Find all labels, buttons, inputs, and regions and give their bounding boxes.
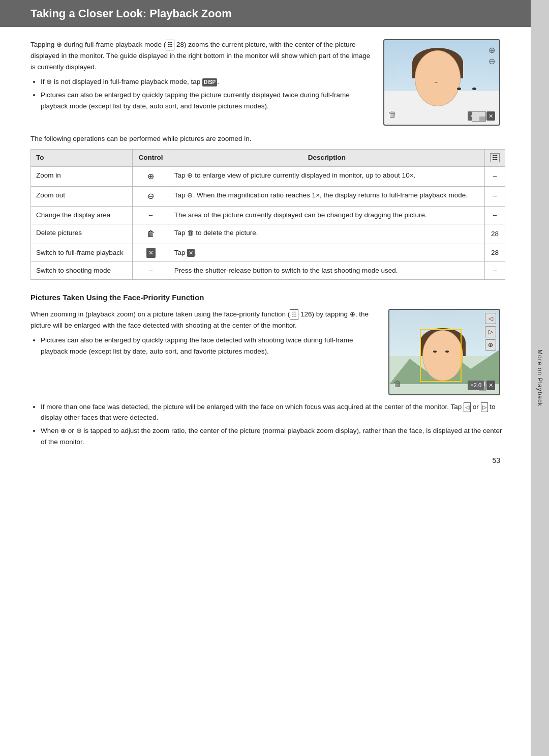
face-priority-text: When zooming in (playback zoom) on a pic… [30, 309, 376, 395]
face-nav-icon-text-2: ▷ [481, 402, 488, 413]
x-icon-cell: ✕ [146, 248, 156, 258]
cell-control-delete: 🗑 [133, 224, 169, 244]
cell-desc-display-area: The area of the picture currently displa… [169, 206, 484, 224]
face-nav-prev-icon: ◁ [485, 313, 496, 324]
zoom-icon-inline: ⊕ [46, 77, 52, 88]
zoom-in-icon: ⊕ [56, 40, 62, 50]
table-row: Zoom out ⊖ Tap ⊖. When the magnification… [31, 186, 505, 206]
page-number: 53 [30, 455, 505, 466]
close-screen-icon-1: ✕ [486, 111, 495, 121]
zoom-out-icon-desc: ⊖ [187, 190, 193, 200]
table-row: Change the display area – The area of th… [31, 206, 505, 224]
table-row: Switch to full-frame playback ✕ Tap ✕. 2… [31, 244, 505, 261]
table-row: Switch to shooting mode – Press the shut… [31, 262, 505, 280]
table-row: Delete pictures 🗑 Tap 🗑 to delete the pi… [31, 224, 505, 244]
cell-control-zoom-in: ⊕ [133, 166, 169, 186]
book-icon-th: ☷ [490, 153, 500, 162]
camera-screen-display-2: ◁ ▷ ⊕ 🗑 ×2.0 [388, 309, 500, 395]
face-priority-para1: When zooming in (playback zoom) on a pic… [30, 309, 376, 331]
cell-desc-zoom-out: Tap ⊖. When the magnification ratio reac… [169, 186, 484, 206]
th-description: Description [169, 150, 484, 166]
fp-bullet-3: When ⊕ or ⊖ is tapped to adjust the zoom… [41, 425, 505, 447]
delete-screen-icon-1: 🗑 [388, 108, 396, 121]
cell-page-display-area: – [485, 206, 505, 224]
camera-screen-image-2: ◁ ▷ ⊕ 🗑 ×2.0 [388, 309, 505, 395]
delete-icon-cell: 🗑 [147, 229, 155, 238]
close-screen-icon-2: ✕ [486, 381, 495, 390]
cell-to-fullframe: Switch to full-frame playback [31, 244, 133, 261]
cell-control-display-area: – [133, 206, 169, 224]
zoom-badge-value-2: ×2.0 [470, 382, 481, 388]
zoom-in-screen-icon: ⊕ [489, 44, 495, 56]
bullet-item-2: Pictures can also be enlarged by quickly… [41, 90, 371, 111]
intro-section: Tapping ⊕ during full-frame playback mod… [30, 39, 505, 126]
zoom-in-screen2-icon: ⊕ [485, 339, 496, 351]
bullet-item-1: If ⊕ is not displayed in full-frame play… [41, 76, 371, 88]
table-header-row: To Control Description ☷ [31, 150, 505, 166]
cell-control-shoot: – [133, 262, 169, 280]
th-to: To [31, 150, 133, 166]
title-text: Taking a Closer Look: Playback Zoom [30, 7, 232, 20]
intro-text: Tapping ⊕ during full-frame playback mod… [30, 39, 371, 126]
th-control: Control [133, 150, 169, 166]
zoom-in-icon-fp: ⊕ [350, 309, 355, 320]
page-container: Taking a Closer Look: Playback Zoom Tapp… [0, 0, 549, 756]
cell-desc-zoom-in: Tap ⊕ to enlarge view of picture current… [169, 166, 484, 186]
cell-page-zoom-out: – [485, 186, 505, 206]
face-nav-next-icon: ▷ [485, 326, 496, 337]
camera-screen-display-1: ⊕ ⊖ ×3.0 🗑 ✕ [383, 39, 500, 126]
th-page: ☷ [485, 150, 505, 166]
zoom-in-icon-cell: ⊕ [147, 172, 154, 181]
fp-bullet-1: Pictures can also be enlarged by quickly… [41, 335, 376, 357]
side-tab: More on Playback [531, 0, 549, 756]
cell-to-shoot: Switch to shooting mode [31, 262, 133, 280]
face-nav-icon-text-1: ◁ [464, 402, 471, 413]
cell-desc-fullframe: Tap ✕. [169, 244, 484, 261]
x-icon-desc: ✕ [187, 249, 195, 257]
face-priority-section: Pictures Taken Using the Face-Priority F… [30, 292, 505, 447]
cell-desc-delete: Tap 🗑 to delete the picture. [169, 224, 484, 244]
zoom-badge-2: ×2.0 [468, 381, 484, 390]
cell-to-display-area: Change the display area [31, 206, 133, 224]
face-priority-title: Pictures Taken Using the Face-Priority F… [30, 292, 505, 304]
face-priority-more-bullets: If more than one face was detected, the … [41, 401, 505, 448]
camera-screen-image-1: ⊕ ⊖ ×3.0 🗑 ✕ [383, 39, 505, 126]
cell-page-zoom-in: – [485, 166, 505, 186]
cell-page-delete: 28 [485, 224, 505, 244]
mini-map-1 [472, 111, 486, 122]
cell-desc-shoot: Press the shutter-release button to swit… [169, 262, 484, 280]
zoom-out-screen-icon: ⊖ [489, 55, 495, 68]
face-priority-bullets: Pictures can also be enlarged by quickly… [41, 335, 376, 357]
intro-bullets: If ⊕ is not displayed in full-frame play… [41, 76, 371, 111]
cell-control-fullframe: ✕ [133, 244, 169, 261]
cell-page-shoot: – [485, 262, 505, 280]
disp-button-label: DISP [202, 78, 217, 86]
side-tab-label: More on Playback [535, 350, 544, 406]
face-priority-content: When zooming in (playback zoom) on a pic… [30, 309, 505, 395]
book-ref-icon: ☷ [166, 40, 174, 50]
fp-bullet-2: If more than one face was detected, the … [41, 401, 505, 423]
operations-table: To Control Description ☷ Zoom in ⊕ Tap ⊕… [30, 149, 505, 280]
cell-control-zoom-out: ⊖ [133, 186, 169, 206]
book-ref-2-icon: ☷ [290, 309, 298, 320]
face-detection-box [420, 329, 462, 382]
zoom-out-icon-fp2: ⊖ [76, 426, 82, 437]
table-row: Zoom in ⊕ Tap ⊕ to enlarge view of pictu… [31, 166, 505, 186]
screen2-right-icons: ◁ ▷ ⊕ [485, 313, 496, 351]
main-content: Taking a Closer Look: Playback Zoom Tapp… [0, 0, 531, 756]
operations-intro-text: The following operations can be performe… [30, 134, 505, 144]
zoom-in-icon-fp2: ⊕ [60, 426, 66, 437]
cell-to-delete: Delete pictures [31, 224, 133, 244]
zoom-in-icon-desc: ⊕ [187, 170, 193, 181]
page-title: Taking a Closer Look: Playback Zoom [0, 0, 531, 27]
cell-page-fullframe: 28 [485, 244, 505, 261]
zoom-out-icon-cell: ⊖ [147, 192, 154, 200]
cell-to-zoom-in: Zoom in [31, 166, 133, 186]
delete-screen-icon-2: 🗑 [393, 378, 402, 390]
intro-para1: Tapping ⊕ during full-frame playback mod… [30, 39, 371, 72]
cell-to-zoom-out: Zoom out [31, 186, 133, 206]
delete-icon-desc: 🗑 [187, 228, 194, 238]
